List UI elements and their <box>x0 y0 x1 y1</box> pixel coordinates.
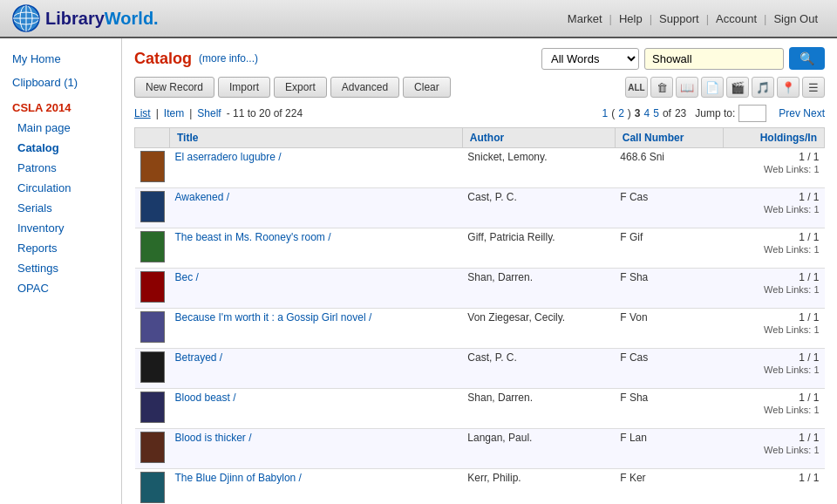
book-cover <box>140 191 165 222</box>
col-header-title[interactable]: Title <box>170 128 463 148</box>
clear-button[interactable]: Clear <box>403 77 451 98</box>
table-row: Because I'm worth it : a Gossip Girl nov… <box>135 309 825 349</box>
holdings-cell: 1 / 1Web Links: 1 <box>723 269 824 309</box>
book-cover-cell <box>135 309 170 349</box>
map-icon-button[interactable]: 📍 <box>777 77 800 98</box>
nav-support[interactable]: Support <box>652 12 706 25</box>
title-link[interactable]: Blood beast / <box>175 392 236 404</box>
export-button[interactable]: Export <box>274 77 327 98</box>
book-cover <box>140 472 165 503</box>
list-info-left: List | Item | Shelf - 11 to 20 of 224 <box>134 107 303 119</box>
page-5[interactable]: 5 <box>653 107 659 119</box>
logo-text: LibraryWorld. <box>45 9 159 29</box>
of-total: of <box>663 107 671 119</box>
search-area: All Words Any Words Exact Phrase Title A… <box>541 47 825 70</box>
catalog-title-area: Catalog (more info...) <box>134 50 258 68</box>
title-link[interactable]: Betrayed / <box>175 351 223 364</box>
music-icon-button[interactable]: 🎵 <box>752 77 774 98</box>
list-tab-shelf[interactable]: Shelf <box>197 107 221 119</box>
sidebar-sub-serials[interactable]: Serials <box>0 198 121 218</box>
list-info: List | Item | Shelf - 11 to 20 of 224 1 … <box>134 105 825 122</box>
jump-to-input[interactable] <box>738 105 766 122</box>
author-cell: Von Ziegesar, Cecily. <box>462 309 615 349</box>
call-number-cell: F Cas <box>615 188 723 228</box>
prev-button[interactable]: Prev <box>779 107 800 119</box>
sidebar-item-my-home[interactable]: My Home <box>0 47 121 71</box>
layout: My Home Clipboard (1) CSLA 2014 Main pag… <box>0 38 837 504</box>
more-info-link[interactable]: (more info...) <box>199 52 258 65</box>
sidebar-sub-opac[interactable]: OPAC <box>0 278 121 298</box>
advanced-button[interactable]: Advanced <box>330 77 399 98</box>
all-filter-button[interactable]: ALL <box>625 77 648 98</box>
toolbar-left: New Record Import Export Advanced Clear <box>134 77 451 98</box>
sidebar-item-clipboard[interactable]: Clipboard (1) <box>0 71 121 94</box>
call-number-cell: F Von <box>615 309 723 349</box>
holdings-cell: 1 / 1Web Links: 1 <box>723 349 824 389</box>
book-cover <box>140 311 165 343</box>
search-input[interactable] <box>644 48 784 70</box>
table-row: Blood beast /Shan, Darren.F Sha1 / 1Web … <box>135 389 825 429</box>
video-icon-button[interactable]: 🎬 <box>726 77 749 98</box>
sidebar-sub-reports[interactable]: Reports <box>0 238 121 258</box>
list-tab-item[interactable]: Item <box>164 107 184 119</box>
next-button[interactable]: Next <box>803 107 825 119</box>
book-cover-cell <box>135 349 170 389</box>
sidebar-sub-circulation[interactable]: Circulation <box>0 178 121 198</box>
new-record-button[interactable]: New Record <box>134 77 214 98</box>
sidebar: My Home Clipboard (1) CSLA 2014 Main pag… <box>0 38 122 504</box>
holdings-cell: 1 / 1Web Links: 1 <box>723 389 824 429</box>
nav-signout[interactable]: Sign Out <box>766 12 825 25</box>
book-cover <box>140 392 165 423</box>
nav-market[interactable]: Market <box>561 12 609 25</box>
header: LibraryWorld. Market | Help | Support | … <box>0 0 837 38</box>
call-number-cell: 468.6 Sni <box>615 148 723 188</box>
page-4[interactable]: 4 <box>644 107 650 119</box>
import-button[interactable]: Import <box>218 77 270 98</box>
book-cover <box>140 271 165 303</box>
author-cell: Cast, P. C. <box>462 349 615 389</box>
title-link[interactable]: Awakened / <box>175 191 230 203</box>
title-cell: Awakened / <box>170 188 463 228</box>
sidebar-sub-catalog[interactable]: Catalog <box>0 138 121 158</box>
book-cover-cell <box>135 469 170 505</box>
sidebar-sub-settings[interactable]: Settings <box>0 258 121 278</box>
sidebar-sub-inventory[interactable]: Inventory <box>0 218 121 238</box>
pagination: 1 ( 2 ) 3 4 5 of 23 Jump to: Prev Next <box>602 105 825 122</box>
search-button[interactable]: 🔍 <box>789 47 825 70</box>
page-2[interactable]: 2 <box>618 107 624 119</box>
menu-icon-button[interactable]: ☰ <box>802 77 825 98</box>
table-row: Bec /Shan, Darren.F Sha1 / 1Web Links: 1 <box>135 269 825 309</box>
nav-account[interactable]: Account <box>709 12 764 25</box>
search-type-select[interactable]: All Words Any Words Exact Phrase Title A… <box>541 48 639 70</box>
book-cover-cell <box>135 188 170 228</box>
page-3[interactable]: 3 <box>635 107 641 119</box>
title-link[interactable]: Blood is thicker / <box>175 432 252 444</box>
page-1[interactable]: 1 <box>602 107 608 119</box>
table-row: The beast in Ms. Rooney's room /Giff, Pa… <box>135 228 825 269</box>
title-cell: Blood beast / <box>170 389 463 429</box>
title-link[interactable]: El aserradero lugubre / <box>175 151 282 163</box>
list-sep-2: | <box>189 107 192 119</box>
title-link[interactable]: Because I'm worth it : a Gossip Girl nov… <box>175 311 372 324</box>
title-link[interactable]: The beast in Ms. Rooney's room / <box>175 231 331 243</box>
col-header-call-number[interactable]: Call Number <box>615 128 723 148</box>
author-cell: Kerr, Philip. <box>462 469 615 505</box>
nav-help[interactable]: Help <box>612 12 650 25</box>
title-link[interactable]: Bec / <box>175 271 199 283</box>
sidebar-sub-patrons[interactable]: Patrons <box>0 158 121 178</box>
book-cover-cell <box>135 389 170 429</box>
delete-icon-button[interactable]: 🗑 <box>650 77 673 98</box>
sidebar-sub-main-page[interactable]: Main page <box>0 118 121 138</box>
table-row: The Blue Djinn of Babylon /Kerr, Philip.… <box>135 469 825 505</box>
list-sep-1: | <box>156 107 159 119</box>
col-header-holdings: Holdings/In <box>723 128 824 148</box>
text-icon-button[interactable]: 📄 <box>701 77 724 98</box>
call-number-cell: F Sha <box>615 269 723 309</box>
title-link[interactable]: The Blue Djinn of Babylon / <box>175 472 302 484</box>
call-number-cell: F Cas <box>615 349 723 389</box>
list-tab-list[interactable]: List <box>134 107 151 119</box>
toolbar: New Record Import Export Advanced Clear … <box>134 77 825 98</box>
jump-label: Jump to: <box>695 107 735 119</box>
col-header-author[interactable]: Author <box>462 128 615 148</box>
book-icon-button[interactable]: 📖 <box>676 77 698 98</box>
